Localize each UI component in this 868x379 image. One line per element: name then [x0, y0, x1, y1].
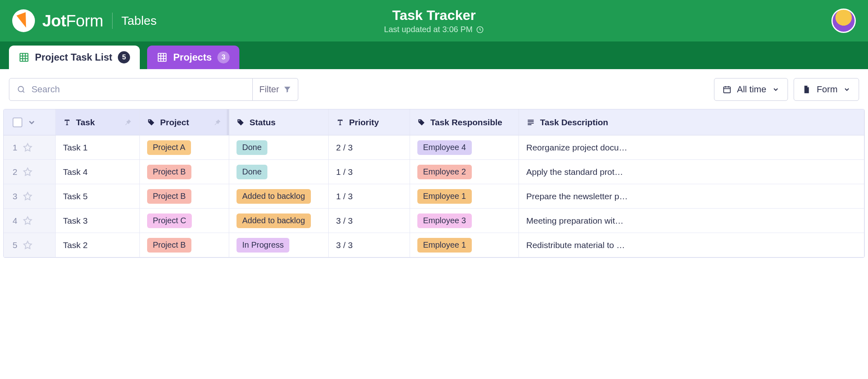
status-cell[interactable]: Added to backlog	[229, 209, 329, 233]
tag[interactable]: Done	[237, 140, 267, 155]
pin-icon[interactable]	[213, 118, 221, 126]
filter-button[interactable]: Filter	[253, 78, 298, 101]
task-cell[interactable]: Task 2	[56, 233, 140, 257]
tag[interactable]: Project B	[147, 189, 191, 204]
priority-cell[interactable]: 3 / 3	[329, 233, 410, 257]
task-cell[interactable]: Task 5	[56, 184, 140, 209]
data-table: Task Project Status Priority Task Respon…	[3, 109, 865, 258]
column-header-project[interactable]: Project	[140, 109, 229, 135]
star-icon[interactable]	[22, 167, 33, 177]
tab-projects[interactable]: Projects 3	[147, 46, 239, 69]
task-cell[interactable]: Task 3	[56, 209, 140, 233]
status-cell[interactable]: Done	[229, 160, 329, 184]
description-cell[interactable]: Prepare the newsletter p…	[519, 184, 864, 209]
row-index-cell[interactable]: 2	[4, 160, 56, 184]
row-index-cell[interactable]: 1	[4, 135, 56, 160]
tag[interactable]: Employee 2	[417, 165, 472, 179]
responsible-cell[interactable]: Employee 2	[410, 160, 519, 184]
search-input-wrapper[interactable]	[9, 78, 253, 101]
tab-label: Projects	[173, 52, 212, 63]
table-row[interactable]: 2 Task 4 Project B Done 1 / 3 Employee 2…	[4, 160, 864, 184]
logo[interactable]: JotForm	[12, 9, 103, 32]
form-icon	[802, 85, 811, 94]
task-cell[interactable]: Task 4	[56, 160, 140, 184]
product-label[interactable]: Tables	[122, 14, 157, 28]
form-button[interactable]: Form	[794, 78, 859, 101]
tag[interactable]: Employee 4	[417, 140, 472, 155]
page-title: Task Tracker	[384, 7, 484, 23]
text-icon	[336, 118, 344, 126]
tag[interactable]: Project A	[147, 140, 191, 155]
project-cell[interactable]: Project C	[140, 209, 229, 233]
task-cell[interactable]: Task 1	[56, 135, 140, 160]
last-updated-label: Last updated at 3:06 PM	[384, 25, 473, 34]
tag[interactable]: In Progress	[237, 238, 289, 253]
column-header-status[interactable]: Status	[229, 109, 329, 135]
priority-cell[interactable]: 1 / 3	[329, 184, 410, 209]
responsible-cell[interactable]: Employee 4	[410, 135, 519, 160]
time-range-button[interactable]: All time	[714, 78, 788, 101]
status-cell[interactable]: Done	[229, 135, 329, 160]
star-icon[interactable]	[22, 191, 33, 202]
clock-icon	[476, 26, 484, 34]
toolbar: Filter All time Form	[0, 69, 868, 109]
status-cell[interactable]: In Progress	[229, 233, 329, 257]
star-icon[interactable]	[22, 216, 33, 226]
tag[interactable]: Done	[237, 165, 267, 179]
svg-point-3	[18, 87, 24, 92]
text-icon	[63, 118, 71, 126]
column-header-responsible[interactable]: Task Responsible	[410, 109, 519, 135]
chevron-down-icon[interactable]	[27, 118, 36, 127]
project-cell[interactable]: Project B	[140, 160, 229, 184]
project-cell[interactable]: Project B	[140, 184, 229, 209]
tag[interactable]: Added to backlog	[237, 189, 311, 204]
search-input[interactable]	[31, 84, 245, 95]
grid-icon	[157, 52, 167, 63]
tag[interactable]: Project B	[147, 238, 191, 253]
select-all-checkbox[interactable]	[13, 118, 22, 127]
svg-point-6	[239, 120, 240, 121]
description-cell[interactable]: Apply the standard prot…	[519, 160, 864, 184]
priority-cell[interactable]: 3 / 3	[329, 209, 410, 233]
tag[interactable]: Employee 1	[417, 238, 472, 253]
tab-project-task-list[interactable]: Project Task List 5	[9, 46, 140, 69]
row-index-cell[interactable]: 3	[4, 184, 56, 209]
project-cell[interactable]: Project B	[140, 233, 229, 257]
grid-icon	[19, 52, 29, 63]
column-header-priority[interactable]: Priority	[329, 109, 410, 135]
tag[interactable]: Added to backlog	[237, 213, 311, 228]
star-icon[interactable]	[22, 142, 33, 153]
tab-bar: Project Task List 5 Projects 3	[0, 41, 868, 69]
responsible-cell[interactable]: Employee 1	[410, 184, 519, 209]
priority-cell[interactable]: 2 / 3	[329, 135, 410, 160]
table-row[interactable]: 5 Task 2 Project B In Progress 3 / 3 Emp…	[4, 233, 864, 257]
responsible-cell[interactable]: Employee 1	[410, 233, 519, 257]
project-cell[interactable]: Project A	[140, 135, 229, 160]
table-header-row: Task Project Status Priority Task Respon…	[4, 109, 864, 135]
form-label: Form	[817, 84, 838, 95]
avatar[interactable]	[831, 9, 856, 33]
description-cell[interactable]: Meeting preparation wit…	[519, 209, 864, 233]
tag[interactable]: Project C	[147, 213, 192, 228]
table-row[interactable]: 1 Task 1 Project A Done 2 / 3 Employee 4…	[4, 135, 864, 160]
pin-icon[interactable]	[124, 118, 132, 126]
select-all-cell[interactable]	[4, 109, 56, 135]
row-index-cell[interactable]: 4	[4, 209, 56, 233]
priority-cell[interactable]: 1 / 3	[329, 160, 410, 184]
tag[interactable]: Employee 1	[417, 189, 472, 204]
row-number: 3	[13, 192, 17, 201]
row-index-cell[interactable]: 5	[4, 233, 56, 257]
table-row[interactable]: 4 Task 3 Project C Added to backlog 3 / …	[4, 209, 864, 233]
description-cell[interactable]: Redistribute material to …	[519, 233, 864, 257]
time-range-label: All time	[737, 84, 766, 95]
column-header-description[interactable]: Task Description	[519, 109, 864, 135]
table-row[interactable]: 3 Task 5 Project B Added to backlog 1 / …	[4, 184, 864, 209]
column-header-task[interactable]: Task	[56, 109, 140, 135]
responsible-cell[interactable]: Employee 3	[410, 209, 519, 233]
status-cell[interactable]: Added to backlog	[229, 184, 329, 209]
tag[interactable]: Project B	[147, 165, 191, 179]
tag[interactable]: Employee 3	[417, 213, 472, 228]
divider	[112, 13, 113, 29]
description-cell[interactable]: Reorganize project docu…	[519, 135, 864, 160]
star-icon[interactable]	[22, 240, 33, 250]
